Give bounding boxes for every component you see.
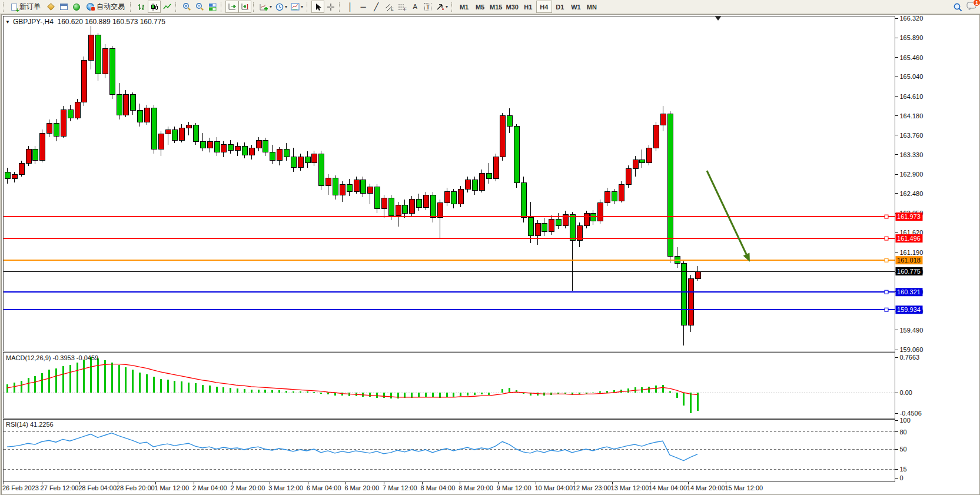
data-window-button[interactable]: [57, 1, 70, 13]
price-tick-label: 164.180: [900, 112, 923, 119]
toolbar-grip[interactable]: [307, 2, 309, 12]
candle-down: [333, 178, 338, 195]
navigator-button[interactable]: [70, 1, 83, 13]
chart-shift-button[interactable]: [238, 1, 251, 13]
tile-windows-button[interactable]: [206, 1, 219, 13]
text-tool-icon: A: [413, 4, 417, 10]
indicators-button[interactable]: ▾: [258, 1, 274, 13]
zoom-out-button[interactable]: [193, 1, 206, 13]
dropdown-arrow-icon: ▾: [301, 4, 303, 9]
hline-handle[interactable]: [885, 308, 888, 311]
hline-161.496[interactable]: 161.496: [4, 234, 923, 242]
fibonacci-tool-button[interactable]: F: [396, 1, 408, 13]
rsi-axis-label: 100: [900, 417, 911, 424]
price-axis[interactable]: 166.320165.890165.460165.040164.610164.1…: [895, 15, 923, 481]
candlestick-chart-button[interactable]: [148, 1, 161, 13]
price-tick-label: 165.040: [900, 73, 923, 80]
hline-handle[interactable]: [885, 237, 888, 240]
bar-chart-button[interactable]: [135, 1, 148, 13]
toolbar-right: 1: [953, 1, 977, 14]
cursor-button[interactable]: [311, 1, 324, 13]
timeframe-button-h4[interactable]: H4: [536, 1, 552, 13]
hline-160.321[interactable]: 160.321: [4, 288, 923, 296]
chart-canvas[interactable]: 166.320165.890165.460165.040164.610164.1…: [1, 14, 980, 495]
candle-down: [318, 154, 324, 185]
text-label-tool-button[interactable]: T: [421, 1, 434, 13]
timeframe-button-d1[interactable]: D1: [552, 1, 568, 13]
toolbar-grip[interactable]: [451, 2, 454, 12]
time-tick-label: 2 Mar 20:00: [231, 484, 265, 491]
macd-panel[interactable]: [4, 357, 895, 413]
vertical-line-tool-button[interactable]: │: [344, 1, 357, 13]
chart-shift-marker-icon[interactable]: [715, 16, 721, 21]
macd-axis-label: -0.4506: [900, 410, 922, 417]
timeframe-button-m1[interactable]: M1: [456, 1, 472, 13]
hline-161.973[interactable]: 161.973: [4, 212, 923, 221]
candle-up: [549, 219, 554, 231]
timeframes-button[interactable]: ▾: [274, 1, 289, 13]
chart-area[interactable]: 166.320165.890165.460165.040164.610164.1…: [0, 14, 980, 495]
toolbar-grip[interactable]: [175, 2, 178, 12]
hline-160.775[interactable]: 160.775: [4, 267, 923, 275]
trendline-tool-button[interactable]: ╱: [370, 1, 383, 13]
auto-trading-button[interactable]: 自动交易: [83, 1, 128, 13]
time-tick-label: 14 Mar 20:00: [687, 484, 725, 491]
toolbar-grip[interactable]: [3, 2, 5, 12]
hline-handle[interactable]: [885, 258, 888, 262]
chart-symbol-period: GBPJPY-,H4: [13, 18, 54, 26]
bar-chart-icon: [137, 3, 145, 11]
time-tick-label: 1 Mar 12:00: [154, 484, 189, 491]
time-tick-label: 2 Mar 04:00: [192, 484, 227, 491]
time-tick-label: 12 Mar 23:00: [573, 484, 611, 491]
arrows-tool-button[interactable]: ▾: [434, 1, 450, 13]
toolbar-grip[interactable]: [253, 2, 255, 12]
hline-159.934[interactable]: 159.934: [4, 305, 923, 314]
cursor-icon: [314, 3, 322, 11]
candle-up: [277, 150, 282, 161]
candle-down: [263, 140, 268, 152]
time-axis[interactable]: 26 Feb 202327 Feb 12:0028 Feb 04:0028 Fe…: [2, 482, 763, 491]
arrow-shaft: [707, 171, 746, 254]
crosshair-button[interactable]: [324, 1, 337, 13]
arrows-tool-icon: [436, 3, 444, 11]
equidistant-channel-tool-button[interactable]: E: [383, 1, 396, 13]
window-menu-icon[interactable]: ▼: [5, 19, 10, 25]
timeframe-button-m30[interactable]: M30: [504, 1, 520, 13]
auto-scroll-button[interactable]: [225, 1, 238, 13]
price-tick-label: 159.490: [900, 327, 923, 334]
toolbar-grip[interactable]: [130, 2, 132, 12]
timeframe-button-m5[interactable]: M5: [472, 1, 488, 13]
main-panel-frame: [4, 16, 895, 351]
auto-trading-icon: [87, 3, 94, 11]
hline-161.018[interactable]: 161.018: [4, 256, 923, 264]
data-window-icon: [60, 4, 68, 10]
timeframe-button-h1[interactable]: H1: [520, 1, 536, 13]
line-chart-button[interactable]: [161, 1, 174, 13]
candle-up: [61, 109, 66, 136]
templates-button[interactable]: ▾: [289, 1, 305, 13]
candle-up: [619, 184, 624, 201]
rsi-panel[interactable]: [4, 432, 895, 470]
timeframe-button-mn[interactable]: MN: [584, 1, 600, 13]
macd-axis-label: 0.7663: [900, 354, 920, 361]
candle-up: [604, 192, 610, 203]
notifications-button[interactable]: 1: [966, 1, 977, 13]
auto-trading-label: 自动交易: [97, 2, 125, 12]
candle-up: [39, 133, 45, 161]
zoom-in-button[interactable]: [180, 1, 193, 13]
timeframe-button-m15[interactable]: M15: [488, 1, 504, 13]
market-watch-button[interactable]: [44, 1, 57, 13]
toolbar-grip[interactable]: [221, 2, 223, 12]
new-order-button[interactable]: 新订单: [8, 1, 44, 13]
time-tick-label: 14 Mar 04:00: [649, 484, 687, 491]
timeframe-button-w1[interactable]: W1: [568, 1, 584, 13]
text-tool-button[interactable]: A: [408, 1, 421, 13]
toolbar-grip[interactable]: [339, 2, 341, 12]
hline-handle[interactable]: [885, 215, 888, 218]
candle-down: [667, 114, 673, 257]
hline-handle[interactable]: [885, 290, 888, 294]
search-icon[interactable]: [953, 2, 963, 12]
horizontal-line-tool-button[interactable]: ─: [357, 1, 370, 13]
candle-down: [570, 214, 575, 240]
vertical-line-icon: │: [348, 3, 353, 11]
